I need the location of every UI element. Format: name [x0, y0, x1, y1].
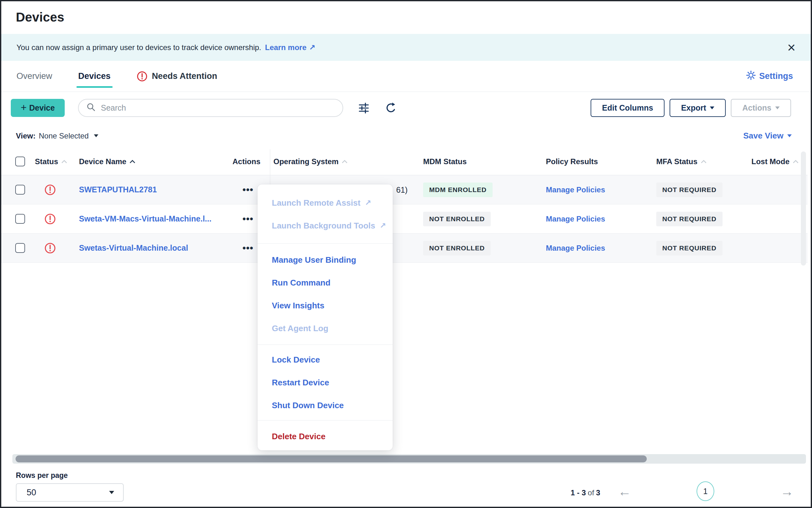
- menu-item-view-insights[interactable]: View Insights: [258, 294, 393, 317]
- learn-more-link[interactable]: Learn more: [265, 43, 307, 52]
- manage-policies-link[interactable]: Manage Policies: [546, 185, 605, 194]
- menu-item-delete-device[interactable]: Delete Device: [258, 425, 393, 448]
- toolbar-right-buttons: Edit Columns Export Actions: [591, 99, 791, 117]
- row-checkbox[interactable]: [15, 214, 25, 224]
- banner-message: You can now assign a primary user to dev…: [16, 43, 261, 52]
- search-icon: [86, 102, 96, 113]
- column-header-mdm-status[interactable]: MDM Status: [414, 157, 537, 166]
- sort-chevron-icon: [129, 160, 136, 164]
- mdm-status-badge: MDM ENROLLED: [423, 182, 493, 197]
- rows-per-page-label: Rows per page: [16, 471, 68, 480]
- menu-item-run-command[interactable]: Run Command: [258, 271, 393, 294]
- tab-needs-attention[interactable]: Needs Attention: [137, 61, 217, 92]
- page-header: Devices: [1, 1, 811, 34]
- table-row: Sweta-VM-Macs-Virtual-Machine.l... ••• N…: [1, 204, 808, 234]
- column-header-device-name[interactable]: Device Name: [70, 157, 223, 166]
- add-device-button[interactable]: + Device: [11, 99, 65, 117]
- mdm-status-badge: NOT ENROLLED: [423, 241, 491, 255]
- mfa-status-badge: NOT REQUIRED: [656, 212, 723, 226]
- info-banner: You can now assign a primary user to dev…: [1, 34, 811, 61]
- table-row: SWETAPUTHAL2781 ••• 61) MDM ENROLLED Man…: [1, 175, 808, 204]
- table-header-row: Status Device Name Actions Operating Sys…: [1, 148, 808, 175]
- current-page-button[interactable]: 1: [697, 481, 714, 501]
- alert-icon: [137, 71, 148, 82]
- column-header-operating-system[interactable]: Operating System: [270, 157, 414, 166]
- view-label: View:: [16, 131, 36, 140]
- menu-item-get-agent-log[interactable]: Get Agent Log: [258, 317, 393, 340]
- column-header-status[interactable]: Status: [33, 157, 70, 166]
- column-header-lost-mode[interactable]: Lost Mode: [740, 157, 808, 166]
- sort-chevron-icon: [61, 160, 67, 164]
- tab-bar: Overview Devices Needs Attention: [1, 61, 811, 92]
- view-bar: View: None Selected Save View: [1, 124, 811, 148]
- previous-page-arrow-icon[interactable]: ←: [618, 483, 631, 500]
- next-page-arrow-icon[interactable]: →: [780, 483, 794, 500]
- status-alert-icon: [33, 213, 70, 225]
- sort-chevron-icon: [701, 160, 707, 164]
- edit-columns-button[interactable]: Edit Columns: [591, 99, 664, 117]
- external-link-icon: ↗: [380, 221, 386, 230]
- status-alert-icon: [33, 184, 70, 196]
- filter-icon[interactable]: [358, 102, 370, 114]
- sort-chevron-icon: [792, 160, 799, 164]
- settings-link[interactable]: Settings: [746, 70, 811, 82]
- os-partial-text: 61): [396, 185, 408, 194]
- search-input[interactable]: [101, 103, 335, 113]
- external-link-icon: ↗: [309, 43, 315, 52]
- manage-policies-link[interactable]: Manage Policies: [546, 215, 605, 223]
- export-button[interactable]: Export: [669, 99, 726, 117]
- toolbar: + Device: [1, 92, 811, 124]
- view-caret-down-icon[interactable]: [94, 134, 98, 137]
- menu-item-manage-user-binding[interactable]: Manage User Binding: [258, 248, 393, 271]
- external-link-icon: ↗: [365, 198, 371, 207]
- menu-item-shut-down-device[interactable]: Shut Down Device: [258, 394, 393, 417]
- select-all-checkbox[interactable]: [15, 157, 25, 166]
- status-alert-icon: [33, 243, 70, 254]
- row-actions-menu-icon[interactable]: •••: [242, 216, 254, 222]
- sort-chevron-icon: [342, 160, 348, 164]
- horizontal-scrollbar-thumb[interactable]: [15, 455, 647, 462]
- row-actions-context-menu: Launch Remote Assist ↗ Launch Background…: [258, 184, 393, 450]
- header-checkbox-cell: [1, 157, 33, 166]
- caret-down-icon: [775, 107, 780, 109]
- tab-devices[interactable]: Devices: [78, 61, 111, 92]
- caret-down-icon: [710, 107, 714, 109]
- search-box[interactable]: [78, 99, 343, 117]
- device-name-link[interactable]: Sweta-VM-Macs-Virtual-Machine.l...: [79, 214, 211, 223]
- devices-table: Status Device Name Actions Operating Sys…: [1, 148, 808, 263]
- menu-item-lock-device[interactable]: Lock Device: [258, 348, 393, 371]
- column-header-policy-results[interactable]: Policy Results: [537, 157, 648, 166]
- caret-down-icon: [787, 134, 792, 137]
- gear-icon: [746, 70, 756, 82]
- vertical-scrollbar[interactable]: [801, 152, 806, 265]
- row-checkbox[interactable]: [15, 243, 25, 253]
- row-actions-menu-icon[interactable]: •••: [242, 245, 254, 251]
- row-actions-menu-icon[interactable]: •••: [242, 187, 254, 193]
- tab-overview[interactable]: Overview: [16, 61, 52, 92]
- devices-page: Devices You can now assign a primary use…: [0, 0, 812, 508]
- column-header-mfa-status[interactable]: MFA Status: [648, 157, 740, 166]
- device-name-link[interactable]: Swetas-Virtual-Machine.local: [79, 243, 188, 252]
- save-view-button[interactable]: Save View: [743, 131, 792, 141]
- manage-policies-link[interactable]: Manage Policies: [546, 244, 605, 252]
- table-row: Swetas-Virtual-Machine.local ••• NOT ENR…: [1, 234, 808, 263]
- refresh-icon[interactable]: [384, 101, 397, 114]
- actions-button[interactable]: Actions: [731, 99, 791, 117]
- view-selected-value: None Selected: [39, 131, 88, 140]
- horizontal-scrollbar-track[interactable]: [12, 454, 806, 464]
- close-icon[interactable]: ×: [787, 43, 796, 52]
- device-name-link[interactable]: SWETAPUTHAL2781: [79, 185, 157, 194]
- menu-item-launch-background-tools[interactable]: Launch Background Tools ↗: [258, 214, 393, 237]
- menu-item-restart-device[interactable]: Restart Device: [258, 371, 393, 394]
- column-header-actions: Actions: [223, 157, 270, 166]
- caret-down-icon: [109, 491, 114, 494]
- menu-item-launch-remote-assist[interactable]: Launch Remote Assist ↗: [258, 192, 393, 214]
- page-title: Devices: [16, 10, 811, 25]
- row-checkbox[interactable]: [15, 185, 25, 195]
- mdm-status-badge: NOT ENROLLED: [423, 212, 491, 226]
- mfa-status-badge: NOT REQUIRED: [656, 182, 723, 197]
- pagination-range: 1 - 3of3: [571, 489, 600, 497]
- rows-per-page-select[interactable]: 50: [16, 483, 124, 502]
- mfa-status-badge: NOT REQUIRED: [656, 241, 723, 255]
- pagination-footer: Rows per page 50 1 - 3of3 ← 1 →: [1, 466, 811, 507]
